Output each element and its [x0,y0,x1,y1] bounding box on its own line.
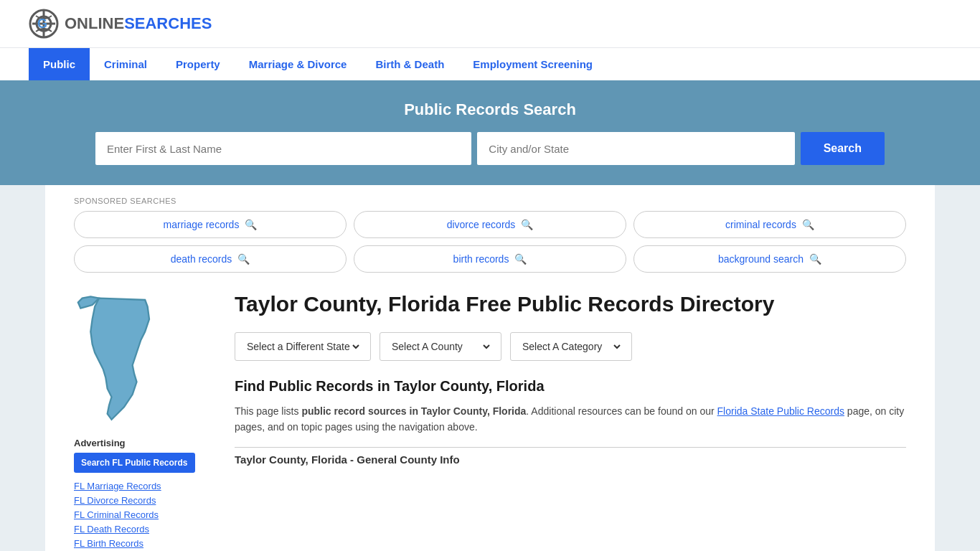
nav-link-birth[interactable]: Birth & Death [361,48,458,80]
dropdowns-row: Select a Different State Select A County… [235,332,906,361]
search-bar: Search [95,132,885,165]
sidebar-link-death-anchor[interactable]: FL Death Records [74,524,149,534]
sponsored-item-death[interactable]: death records 🔍 [74,245,347,273]
sponsored-section: SPONSORED SEARCHES marriage records 🔍 di… [74,197,906,273]
nav-link-public[interactable]: Public [29,48,90,80]
nav-link-marriage[interactable]: Marriage & Divorce [235,48,362,80]
nav-item-property[interactable]: Property [161,48,235,80]
sidebar: Advertising Search FL Public Records FL … [74,290,217,551]
sponsored-link-divorce: divorce records [447,219,516,230]
two-column-layout: Advertising Search FL Public Records FL … [74,290,906,551]
content-area: Taylor County, Florida Free Public Recor… [235,290,906,551]
sponsored-link-marriage: marriage records [164,219,240,230]
nav-link-employment[interactable]: Employment Screening [458,48,607,80]
search-icon-criminal: 🔍 [802,219,814,230]
florida-state-link[interactable]: Florida State Public Records [717,405,844,417]
county-info-heading: Taylor County, Florida - General County … [235,453,906,466]
description-part2: . Additional resources can be found on o… [526,405,717,417]
sponsored-item-divorce[interactable]: divorce records 🔍 [354,211,626,238]
sidebar-link-birth-anchor[interactable]: FL Birth Records [74,538,143,549]
hero-title: Public Records Search [29,100,951,119]
sidebar-link-marriage[interactable]: FL Marriage Records [74,480,217,491]
sponsored-label: SPONSORED SEARCHES [74,197,906,205]
description-bold: public record sources in Taylor County, … [301,405,526,417]
sidebar-link-divorce-anchor[interactable]: FL Divorce Records [74,495,156,506]
main-navigation: Public Criminal Property Marriage & Divo… [0,47,980,80]
hero-section: Public Records Search Search [0,80,980,185]
page-title: Taylor County, Florida Free Public Recor… [235,290,906,318]
search-icon-background: 🔍 [809,253,821,265]
sponsored-link-criminal: criminal records [725,219,796,230]
svg-text:G: G [37,17,47,31]
find-records-title: Find Public Records in Taylor County, Fl… [235,378,906,395]
sidebar-link-birth[interactable]: FL Birth Records [74,537,217,549]
sidebar-link-marriage-anchor[interactable]: FL Marriage Records [74,481,161,491]
search-icon-birth: 🔍 [514,253,527,265]
category-dropdown-wrapper: Select A Category [510,332,632,361]
state-dropdown[interactable]: Select a Different State [244,340,362,353]
nav-item-birth[interactable]: Birth & Death [361,48,458,80]
ad-button[interactable]: Search FL Public Records [74,453,195,473]
nav-link-criminal[interactable]: Criminal [90,48,161,80]
nav-link-property[interactable]: Property [161,48,235,80]
sponsored-item-background[interactable]: background search 🔍 [633,245,906,273]
sidebar-link-divorce[interactable]: FL Divorce Records [74,494,217,506]
location-input[interactable] [477,132,794,165]
section-divider [235,447,906,448]
category-dropdown[interactable]: Select A Category [519,340,623,353]
search-button[interactable]: Search [801,132,885,165]
search-icon-marriage: 🔍 [245,219,257,230]
nav-item-public[interactable]: Public [29,48,90,80]
sponsored-item-marriage[interactable]: marriage records 🔍 [74,211,347,238]
county-dropdown-wrapper: Select A County [380,332,501,361]
county-dropdown[interactable]: Select A County [389,340,492,353]
search-icon-death: 🔍 [237,253,250,265]
sidebar-link-criminal-anchor[interactable]: FL Criminal Records [74,509,159,520]
sponsored-grid: marriage records 🔍 divorce records 🔍 cri… [74,211,906,273]
nav-item-marriage[interactable]: Marriage & Divorce [235,48,362,80]
sponsored-link-birth: birth records [453,253,509,265]
sidebar-link-criminal[interactable]: FL Criminal Records [74,509,217,520]
description-text: This page lists public record sources in… [235,403,906,435]
main-content: SPONSORED SEARCHES marriage records 🔍 di… [45,185,935,551]
sponsored-link-death: death records [171,253,232,265]
site-header: G ONLINESEARCHES [0,0,980,47]
name-input[interactable] [95,132,471,165]
sidebar-link-death[interactable]: FL Death Records [74,523,217,534]
florida-map [74,290,174,424]
advertising-label: Advertising [74,438,217,448]
nav-item-criminal[interactable]: Criminal [90,48,161,80]
logo-text: ONLINESEARCHES [65,14,212,33]
logo-icon: G [29,9,59,39]
sponsored-item-birth[interactable]: birth records 🔍 [354,245,626,273]
sponsored-link-background: background search [718,253,804,265]
description-part1: This page lists [235,405,301,417]
state-dropdown-wrapper: Select a Different State [235,332,371,361]
nav-item-employment[interactable]: Employment Screening [458,48,607,80]
search-icon-divorce: 🔍 [521,219,533,230]
sponsored-item-criminal[interactable]: criminal records 🔍 [633,211,906,238]
sidebar-links: FL Marriage Records FL Divorce Records F… [74,480,217,549]
logo[interactable]: G ONLINESEARCHES [29,9,212,39]
